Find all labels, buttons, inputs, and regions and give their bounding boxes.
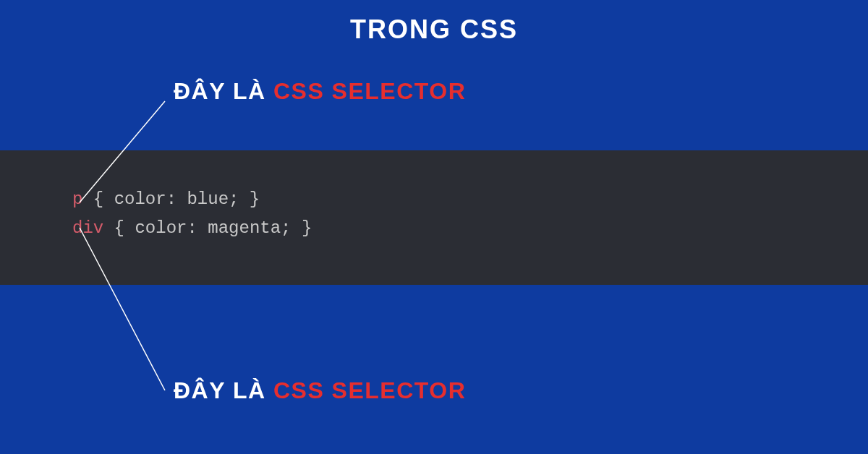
code-selector-2: div: [72, 218, 103, 238]
annotation-bottom-red: CSS SELECTOR: [273, 377, 466, 403]
code-block: p { color: blue; } div { color: magenta;…: [0, 150, 868, 285]
code-line-2: div { color: magenta; }: [72, 214, 868, 243]
code-prop-2: color: [135, 218, 187, 238]
annotation-top-red: CSS SELECTOR: [273, 78, 466, 104]
code-brace-open-1: {: [82, 189, 114, 209]
page-title: TRONG CSS: [0, 0, 868, 45]
code-semi-1: ;: [229, 189, 239, 209]
code-prop-1: color: [114, 189, 166, 209]
code-semi-2: ;: [281, 218, 291, 238]
code-brace-open-2: {: [103, 218, 135, 238]
code-brace-close-1: }: [239, 189, 260, 209]
code-line-1: p { color: blue; }: [72, 185, 868, 214]
code-colon-1: :: [166, 189, 187, 209]
code-selector-1: p: [72, 189, 82, 209]
annotation-bottom: ĐÂY LÀ CSS SELECTOR: [174, 377, 466, 404]
code-value-2: magenta: [208, 218, 281, 238]
annotation-top: ĐÂY LÀ CSS SELECTOR: [174, 78, 466, 105]
code-brace-close-2: }: [292, 218, 312, 238]
code-value-1: blue: [187, 189, 229, 209]
annotation-bottom-white: ĐÂY LÀ: [174, 377, 273, 403]
annotation-top-white: ĐÂY LÀ: [174, 78, 273, 104]
code-colon-2: :: [187, 218, 208, 238]
